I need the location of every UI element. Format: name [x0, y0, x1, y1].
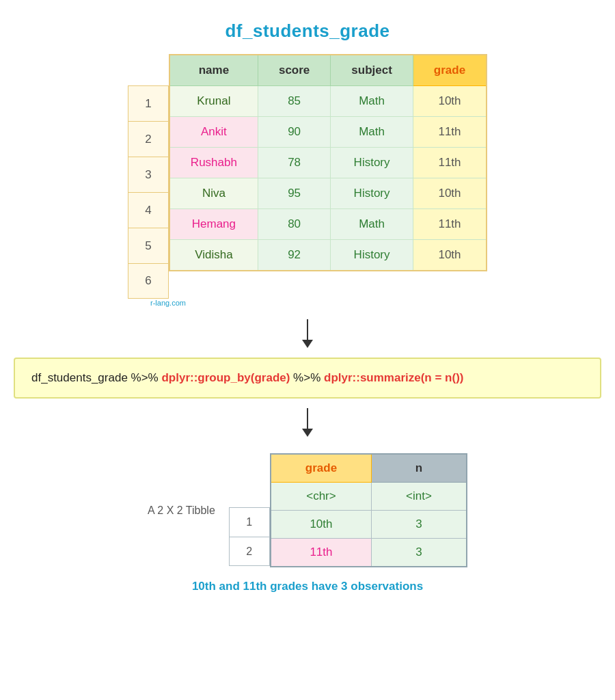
code-prefix: df_students_grade %>%	[31, 371, 161, 384]
top-index-1: 1	[128, 85, 169, 121]
cell-score-2: 90	[258, 117, 330, 148]
bottom-grade-2: 11th	[271, 539, 372, 567]
top-index-4: 4	[128, 192, 169, 228]
cell-subject-4: History	[331, 178, 413, 209]
bottom-index-2: 2	[229, 537, 270, 566]
col-header-name: name	[169, 55, 258, 86]
table-row: Niva 95 History 10th	[169, 178, 487, 209]
cell-name-1: Krunal	[169, 86, 258, 117]
page-title: df_students_grade	[225, 21, 390, 42]
cell-subject-5: Math	[331, 209, 413, 240]
bottom-type-int: <int>	[372, 483, 467, 511]
table-row: Rushabh 78 History 11th	[169, 148, 487, 178]
bottom-data-table: grade n <chr> <int> 10th 3 11th	[270, 453, 467, 567]
top-table-section: 1 2 3 4 5 6 name score subject grade Kru…	[128, 54, 487, 299]
cell-grade-5: 11th	[413, 209, 487, 240]
bottom-table-with-index: 1 2 grade n <chr> <int> 10th	[229, 453, 467, 567]
bottom-n-2: 3	[372, 539, 467, 567]
cell-grade-1: 10th	[413, 86, 487, 117]
watermark-label: r-lang.com	[150, 299, 186, 307]
cell-name-4: Niva	[169, 178, 258, 209]
cell-name-6: Vidisha	[169, 240, 258, 271]
col-header-grade: grade	[413, 55, 487, 86]
arrow-1	[302, 319, 313, 348]
cell-grade-6: 10th	[413, 240, 487, 271]
cell-subject-1: Math	[331, 86, 413, 117]
bottom-section: A 2 X 2 Tibble 1 2 grade n <chr> <int>	[148, 453, 467, 593]
bottom-table-row: 11th 3	[271, 539, 467, 567]
code-middle: %>%	[290, 371, 324, 384]
top-index-6: 6	[128, 263, 169, 299]
footer-note: 10th and 11th grades have 3 observations	[192, 580, 423, 593]
cell-score-5: 80	[258, 209, 330, 240]
bottom-n-1: 3	[372, 511, 467, 539]
bottom-index-col: 1 2	[229, 453, 270, 566]
top-index-3: 3	[128, 157, 169, 192]
arrow-2	[302, 408, 313, 437]
cell-grade-2: 11th	[413, 117, 487, 148]
bottom-index-1: 1	[229, 507, 270, 537]
cell-grade-4: 10th	[413, 178, 487, 209]
top-index-2: 2	[128, 121, 169, 157]
table-row: Krunal 85 Math 10th	[169, 86, 487, 117]
cell-grade-3: 11th	[413, 148, 487, 178]
bottom-col-header-n: n	[372, 454, 467, 483]
cell-score-3: 78	[258, 148, 330, 178]
cell-name-5: Hemang	[169, 209, 258, 240]
cell-subject-3: History	[331, 148, 413, 178]
cell-score-4: 95	[258, 178, 330, 209]
table-row: Ankit 90 Math 11th	[169, 117, 487, 148]
cell-subject-6: History	[331, 240, 413, 271]
top-index-5: 5	[128, 228, 169, 263]
code-part1: dplyr::group_by(grade)	[161, 371, 290, 384]
cell-subject-2: Math	[331, 117, 413, 148]
code-expression: df_students_grade %>% dplyr::group_by(gr…	[14, 358, 601, 399]
bottom-table-row: 10th 3	[271, 511, 467, 539]
col-header-subject: subject	[331, 55, 413, 86]
cell-score-6: 92	[258, 240, 330, 271]
cell-name-3: Rushabh	[169, 148, 258, 178]
col-header-score: score	[258, 55, 330, 86]
bottom-col-header-grade: grade	[271, 454, 372, 483]
tibble-wrapper: A 2 X 2 Tibble 1 2 grade n <chr> <int>	[148, 453, 467, 567]
tibble-label: A 2 X 2 Tibble	[148, 504, 215, 517]
code-part2: dplyr::summarize(n = n())	[324, 371, 464, 384]
table-row: Vidisha 92 History 10th	[169, 240, 487, 271]
bottom-type-chr: <chr>	[271, 483, 372, 511]
top-data-table: name score subject grade Krunal 85 Math …	[169, 54, 487, 271]
bottom-grade-1: 10th	[271, 511, 372, 539]
cell-name-2: Ankit	[169, 117, 258, 148]
cell-score-1: 85	[258, 86, 330, 117]
table-row: Hemang 80 Math 11th	[169, 209, 487, 240]
top-table-index-col: 1 2 3 4 5 6	[128, 54, 169, 299]
